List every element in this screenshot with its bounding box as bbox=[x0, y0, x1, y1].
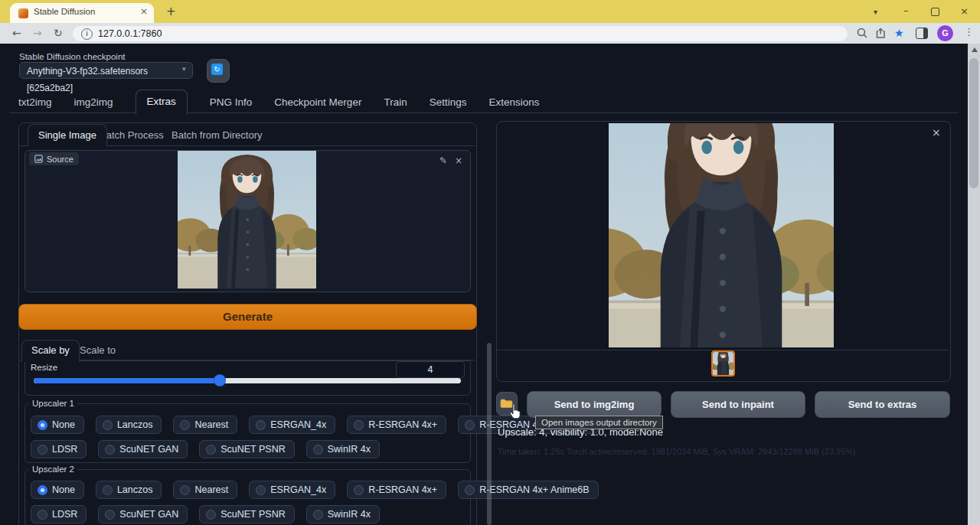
radio-nearest[interactable]: Nearest bbox=[173, 481, 237, 499]
radio-dot bbox=[180, 420, 190, 430]
thumbnail-image bbox=[713, 352, 733, 375]
resize-slider-handle[interactable] bbox=[214, 375, 225, 386]
send-to-inpaint-button[interactable]: Send to inpaint bbox=[671, 391, 805, 418]
send-to-img2img-button[interactable]: Send to img2img bbox=[527, 391, 662, 418]
tab-img2img[interactable]: img2img bbox=[74, 96, 113, 108]
tab-extras[interactable]: Extras bbox=[136, 90, 188, 114]
main-tabs: txt2img img2img Extras PNG Info Checkpoi… bbox=[18, 90, 539, 113]
edit-image-icon[interactable]: ✎ bbox=[439, 155, 447, 166]
radio-lanczos[interactable]: Lanczos bbox=[96, 416, 162, 434]
radio-resrgan4x[interactable]: R-ESRGAN 4x+ bbox=[347, 481, 446, 499]
checkpoint-label: Stable Diffusion checkpoint bbox=[19, 52, 126, 61]
radio-scunet-gan[interactable]: ScuNET GAN bbox=[98, 505, 188, 523]
radio-dot bbox=[256, 420, 266, 430]
performance-stats-text: Time taken: 1.25s Torch active/reserved:… bbox=[498, 447, 856, 456]
site-info-icon[interactable]: i bbox=[81, 28, 93, 40]
radio-dot bbox=[38, 510, 47, 520]
gallery-thumbnail-selected[interactable] bbox=[711, 351, 735, 377]
upscaler1-label: Upscaler 1 bbox=[29, 399, 77, 408]
radio-resrgan-anime6b[interactable]: R-ESRGAN 4x+ Anime6B bbox=[458, 481, 598, 499]
radio-scunet-gan[interactable]: ScuNET GAN bbox=[98, 440, 188, 458]
radio-dot bbox=[105, 510, 115, 520]
radio-none[interactable]: None bbox=[31, 481, 84, 499]
back-icon[interactable]: ← bbox=[12, 27, 21, 39]
radio-scunet-psnr[interactable]: ScuNET PSNR bbox=[199, 440, 295, 458]
tab-single-image[interactable]: Single Image bbox=[28, 124, 107, 147]
reload-icon[interactable]: ↻ bbox=[54, 27, 63, 39]
checkpoint-dropdown[interactable]: Anything-V3-fp32.safetensors [625a2ba2] bbox=[19, 62, 193, 79]
radio-dot bbox=[38, 485, 47, 495]
url-text[interactable]: 127.0.0.1:7860 bbox=[98, 28, 162, 39]
radio-dot bbox=[206, 445, 216, 455]
new-tab-button[interactable]: + bbox=[166, 5, 176, 18]
radio-lanczos[interactable]: Lanczos bbox=[96, 481, 162, 499]
window-close-button[interactable]: × bbox=[960, 5, 969, 17]
tab-scale-by[interactable]: Scale by bbox=[21, 340, 80, 362]
radio-esrgan4x[interactable]: ESRGAN_4x bbox=[249, 416, 335, 434]
tab-checkpoint-merger[interactable]: Checkpoint Merger bbox=[274, 96, 361, 108]
radio-dot bbox=[38, 445, 47, 455]
gallery-close-icon[interactable]: × bbox=[932, 126, 941, 139]
tab-train[interactable]: Train bbox=[384, 96, 407, 108]
radio-swinir4x[interactable]: SwinIR 4x bbox=[306, 440, 380, 458]
tab-png-info[interactable]: PNG Info bbox=[210, 96, 253, 108]
radio-resrgan4x[interactable]: R-ESRGAN 4x+ bbox=[347, 416, 446, 434]
radio-dot bbox=[313, 445, 323, 455]
radio-ldsr[interactable]: LDSR bbox=[31, 440, 87, 458]
generate-button[interactable]: Generate bbox=[18, 304, 477, 330]
tab-scale-to[interactable]: Scale to bbox=[80, 344, 116, 356]
mouse-cursor bbox=[508, 403, 522, 420]
bookmark-star-icon[interactable]: ★ bbox=[894, 27, 904, 39]
screen: Stable Diffusion × + ▾ – × ← → ↻ i 127.0… bbox=[0, 0, 980, 525]
radio-swinir4x[interactable]: SwinIR 4x bbox=[306, 505, 380, 523]
upscaler2-row1: None Lanczos Nearest ESRGAN_4x R-ESRGAN … bbox=[31, 481, 599, 499]
forward-icon[interactable]: → bbox=[33, 27, 42, 39]
radio-esrgan4x[interactable]: ESRGAN_4x bbox=[249, 481, 335, 499]
radio-none[interactable]: None bbox=[31, 416, 84, 434]
side-panel-icon[interactable] bbox=[916, 28, 928, 39]
clear-image-icon[interactable]: × bbox=[455, 155, 462, 166]
output-image[interactable] bbox=[609, 123, 834, 347]
address-bar[interactable] bbox=[73, 26, 848, 41]
zoom-icon[interactable] bbox=[857, 28, 868, 39]
tab-close-icon[interactable]: × bbox=[140, 6, 148, 17]
radio-dot bbox=[354, 485, 364, 495]
folder-tooltip: Open images output directory bbox=[535, 416, 663, 429]
radio-ldsr[interactable]: LDSR bbox=[31, 505, 87, 523]
scrollbar-thumb[interactable] bbox=[969, 58, 978, 188]
source-label-chip: Source bbox=[29, 152, 79, 165]
radio-nearest[interactable]: Nearest bbox=[173, 416, 237, 434]
resize-number-input[interactable]: 4 bbox=[396, 361, 465, 378]
refresh-icon: ↻ bbox=[211, 64, 223, 75]
tab-batch-from-directory[interactable]: Batch from Directory bbox=[172, 129, 262, 141]
tab-extensions[interactable]: Extensions bbox=[488, 96, 539, 108]
radio-dot bbox=[38, 420, 47, 430]
dropdown-chevron-icon: ▾ bbox=[182, 65, 186, 73]
tab-settings[interactable]: Settings bbox=[430, 96, 467, 108]
image-icon bbox=[34, 155, 43, 163]
radio-dot bbox=[354, 420, 364, 430]
upscaler2-label: Upscaler 2 bbox=[29, 465, 77, 474]
minimize-button[interactable]: – bbox=[903, 5, 909, 16]
resize-slider-fill bbox=[34, 378, 220, 383]
maximize-button[interactable] bbox=[931, 8, 939, 16]
radio-dot bbox=[313, 510, 323, 520]
profile-avatar[interactable]: G bbox=[937, 25, 953, 41]
browser-menu-icon[interactable]: ⋮ bbox=[964, 26, 974, 38]
radio-scunet-psnr[interactable]: ScuNET PSNR bbox=[199, 505, 295, 523]
tab-batch-process[interactable]: Batch Process bbox=[100, 129, 164, 141]
radio-dot bbox=[465, 485, 475, 495]
share-icon[interactable] bbox=[875, 28, 887, 39]
scrollbar-up-arrow-icon[interactable] bbox=[972, 47, 978, 52]
webui-page: Stable Diffusion checkpoint Anything-V3-… bbox=[0, 44, 980, 525]
upscaler1-row2: LDSR ScuNET GAN ScuNET PSNR SwinIR 4x bbox=[31, 440, 380, 458]
tab-txt2img[interactable]: txt2img bbox=[18, 96, 52, 108]
send-to-extras-button[interactable]: Send to extras bbox=[815, 391, 950, 418]
radio-dot bbox=[103, 485, 113, 495]
radio-dot bbox=[256, 485, 266, 495]
tab-search-chevron-icon[interactable]: ▾ bbox=[874, 8, 877, 16]
favicon bbox=[18, 8, 28, 18]
left-column-scrollbar[interactable] bbox=[487, 343, 492, 525]
source-image bbox=[178, 151, 316, 289]
resize-label: Resize bbox=[31, 363, 57, 372]
